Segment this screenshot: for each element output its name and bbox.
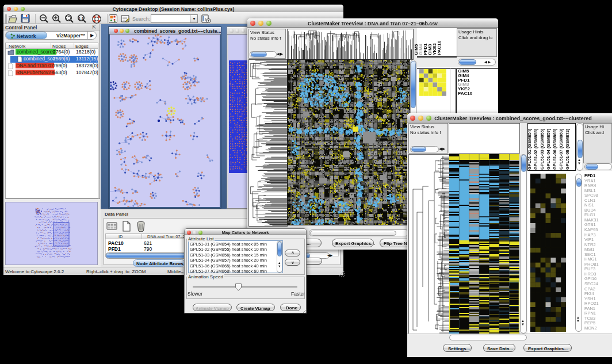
svg-text:1:1: 1:1 <box>79 17 84 20</box>
